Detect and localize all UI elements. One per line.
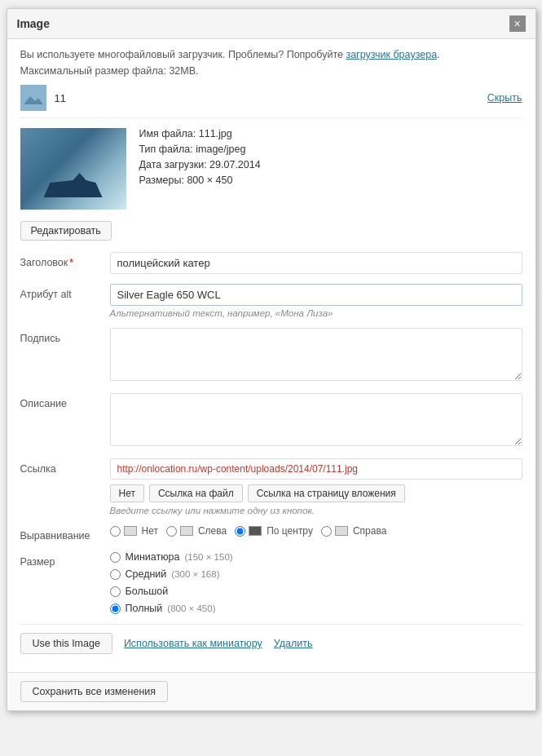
link-input[interactable] [110,458,522,480]
align-left-option[interactable]: Слева [166,525,227,537]
align-right-label: Справа [353,525,386,537]
size-large-option[interactable]: Большой [110,586,522,597]
align-center-option[interactable]: По центру [235,525,313,537]
size-medium-dims: (300 × 168) [171,569,219,579]
size-full-option[interactable]: Полный (800 × 450) [110,603,522,614]
align-options: Нет Слева По центру [110,525,522,537]
align-left-icon [180,526,193,536]
use-thumbnail-link[interactable]: Использовать как миниатюру [124,638,262,649]
action-row: Use this Image Использовать как миниатюр… [20,624,522,662]
max-size-notice: Максимальный размер файла: 32MB. [20,65,522,77]
dimensions-label: Размеры: [139,175,184,186]
align-control: Нет Слева По центру [110,525,522,537]
date-row: Дата загрузки: 29.07.2014 [139,159,261,170]
align-left-radio[interactable] [166,526,177,537]
link-control: Нет Ссылка на файл Ссылка на страницу вл… [110,458,522,515]
size-medium-radio[interactable] [110,569,121,580]
filename-label: Имя файла: [139,128,196,139]
image-meta: Имя файла: 111.jpg Тип файла: image/jpeg… [139,128,261,210]
size-label: Размер [20,551,110,568]
title-label: Заголовок* [20,252,110,268]
alt-input[interactable] [110,284,522,306]
svg-rect-0 [20,85,46,111]
description-control [110,393,522,449]
dimensions-value: 800 × 450 [187,175,232,186]
use-image-button[interactable]: Use this Image [20,633,112,654]
link-label: Ссылка [20,458,110,475]
save-all-button[interactable]: Сохранить все изменения [20,681,169,702]
title-input[interactable] [110,252,522,274]
caption-control [110,328,522,383]
align-right-option[interactable]: Справа [321,525,386,537]
image-dialog: Image × Вы используете многофайловый заг… [7,8,536,711]
edit-button[interactable]: Редактировать [20,221,112,241]
align-none-radio[interactable] [110,526,121,537]
align-left-label: Слева [198,525,227,537]
size-full-label: Полный [126,603,163,614]
size-full-dims: (800 × 450) [167,603,215,613]
date-value: 29.07.2014 [209,159,261,170]
date-label: Дата загрузки: [139,159,207,170]
hide-link[interactable]: Скрыть [487,92,522,104]
link-file-button[interactable]: Ссылка на файл [149,484,243,502]
link-row: Ссылка Нет Ссылка на файл Ссылка на стра… [20,458,522,515]
size-large-label: Большой [126,586,169,597]
thumb-icon [20,85,46,111]
size-thumbnail-label: Миниатюра [126,551,180,563]
caption-row: Подпись [20,328,522,383]
dialog-titlebar: Image × [7,9,535,39]
align-center-radio[interactable] [235,526,245,537]
description-row: Описание [20,393,522,449]
filetype-row: Тип файла: image/jpeg [139,144,261,155]
caption-label: Подпись [20,328,110,344]
size-options: Миниатюра (150 × 150) Средний (300 × 168… [110,551,522,614]
size-thumbnail-option[interactable]: Миниатюра (150 × 150) [110,551,522,563]
size-row: Размер Миниатюра (150 × 150) Средний (30… [20,551,522,614]
filename-value: 111.jpg [199,128,232,139]
url-buttons: Нет Ссылка на файл Ссылка на страницу вл… [110,484,522,502]
align-none-icon [124,526,137,536]
align-center-icon [249,526,262,536]
link-hint: Введите ссылку или нажмите одну из кнопо… [110,506,522,515]
upload-row-left: 11 [20,85,66,111]
caption-input[interactable] [110,328,522,381]
size-medium-option[interactable]: Средний (300 × 168) [110,568,522,580]
filetype-value: image/jpeg [196,144,245,155]
link-none-button[interactable]: Нет [110,484,144,502]
size-full-radio[interactable] [110,603,121,614]
filetype-label: Тип файла: [139,144,193,155]
align-none-label: Нет [142,525,158,537]
align-center-label: По центру [267,525,313,537]
upload-number: 11 [55,92,66,104]
title-control [110,252,522,274]
alt-hint: Альтернативный текст, например, «Мона Ли… [110,308,522,318]
required-star: * [69,257,73,268]
align-right-icon [335,526,348,536]
image-preview [20,128,126,210]
alt-label: Атрибут alt [20,284,110,300]
align-row: Выравнивание Нет Слева [20,525,522,542]
alt-control: Альтернативный текст, например, «Мона Ли… [110,284,522,318]
description-input[interactable] [110,393,522,446]
alt-row: Атрибут alt Альтернативный текст, наприм… [20,284,522,318]
close-button[interactable]: × [509,15,526,32]
align-right-radio[interactable] [321,526,332,537]
multiupload-text: Вы используете многофайловый загрузчик. … [20,49,346,60]
size-thumbnail-radio[interactable] [110,552,121,563]
link-attachment-button[interactable]: Ссылка на страницу вложения [248,484,405,502]
upload-thumb [20,85,46,111]
align-label: Выравнивание [20,525,110,542]
image-detail-row: Имя файла: 111.jpg Тип файла: image/jpeg… [20,128,522,210]
browser-uploader-link[interactable]: загрузчик браузера [346,49,437,60]
size-large-radio[interactable] [110,586,121,597]
align-none-option[interactable]: Нет [110,525,158,537]
title-row: Заголовок* [20,252,522,274]
size-medium-label: Средний [126,568,167,580]
dialog-title: Image [17,17,50,30]
description-label: Описание [20,393,110,409]
multiupload-notice: Вы используете многофайловый загрузчик. … [20,49,522,60]
delete-link[interactable]: Удалить [274,638,313,649]
size-thumbnail-dims: (150 × 150) [184,552,232,562]
filename-row: Имя файла: 111.jpg [139,128,261,139]
dialog-body: Вы используете многофайловый загрузчик. … [7,39,535,672]
